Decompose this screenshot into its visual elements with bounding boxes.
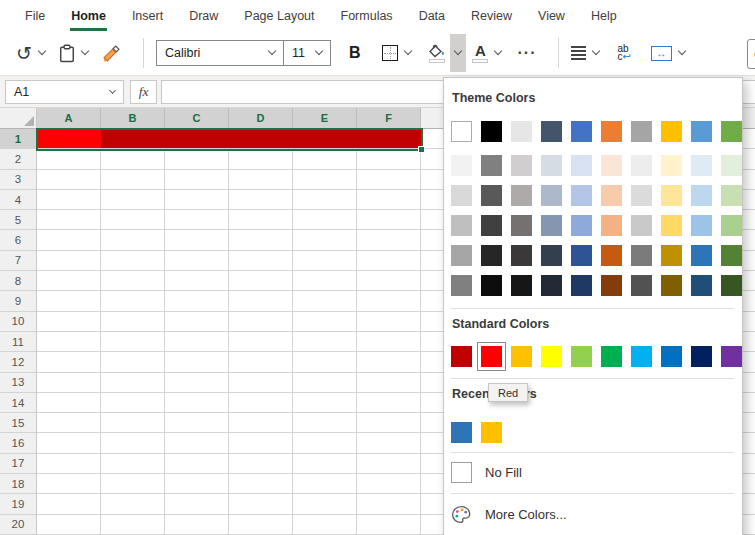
theme-variant-swatch[interactable] bbox=[511, 185, 532, 206]
row-header-11[interactable]: 11 bbox=[0, 332, 36, 352]
theme-variant-swatch[interactable] bbox=[631, 215, 652, 236]
theme-variant-swatch[interactable] bbox=[691, 185, 712, 206]
theme-variant-swatch[interactable] bbox=[451, 155, 472, 176]
theme-variant-swatch[interactable] bbox=[691, 275, 712, 296]
format-painter-button[interactable] bbox=[102, 44, 121, 63]
row-header-20[interactable]: 20 bbox=[0, 515, 36, 535]
theme-color-swatch[interactable] bbox=[571, 121, 592, 142]
theme-variant-swatch[interactable] bbox=[481, 275, 502, 296]
theme-variant-swatch[interactable] bbox=[451, 185, 472, 206]
align-button[interactable] bbox=[571, 46, 599, 60]
theme-variant-swatch[interactable] bbox=[661, 275, 682, 296]
merge-center-button[interactable]: ↔ bbox=[651, 46, 685, 61]
theme-variant-swatch[interactable] bbox=[451, 275, 472, 296]
chevron-down-icon[interactable] bbox=[404, 47, 412, 55]
chevron-down-icon[interactable] bbox=[38, 47, 46, 55]
font-name-combobox[interactable]: Calibri bbox=[156, 40, 284, 66]
borders-button[interactable] bbox=[382, 45, 411, 61]
row-header-18[interactable]: 18 bbox=[0, 474, 36, 494]
row-header-10[interactable]: 10 bbox=[0, 312, 36, 332]
theme-variant-swatch[interactable] bbox=[721, 245, 742, 266]
theme-color-swatch[interactable] bbox=[721, 121, 742, 142]
standard-color-swatch[interactable] bbox=[571, 346, 592, 367]
more-colors-option[interactable]: More Colors... bbox=[451, 502, 740, 526]
insert-function-button[interactable]: fx bbox=[130, 80, 157, 104]
recent-color-swatch[interactable] bbox=[451, 422, 472, 443]
theme-variant-swatch[interactable] bbox=[601, 155, 622, 176]
row-header-7[interactable]: 7 bbox=[0, 251, 36, 271]
standard-color-swatch[interactable] bbox=[601, 346, 622, 367]
theme-variant-swatch[interactable] bbox=[601, 185, 622, 206]
standard-color-swatch-hovered[interactable] bbox=[477, 342, 506, 371]
column-header-d[interactable]: D bbox=[229, 108, 293, 128]
menu-item-home[interactable]: Home bbox=[58, 0, 119, 31]
theme-variant-swatch[interactable] bbox=[631, 245, 652, 266]
theme-variant-swatch[interactable] bbox=[661, 185, 682, 206]
row-header-12[interactable]: 12 bbox=[0, 352, 36, 372]
fill-color-button[interactable] bbox=[427, 34, 466, 72]
theme-variant-swatch[interactable] bbox=[571, 245, 592, 266]
row-header-17[interactable]: 17 bbox=[0, 454, 36, 474]
theme-variant-swatch[interactable] bbox=[571, 185, 592, 206]
theme-variant-swatch[interactable] bbox=[511, 215, 532, 236]
paste-button[interactable] bbox=[59, 44, 88, 63]
chevron-down-icon[interactable] bbox=[268, 47, 276, 55]
theme-color-swatch[interactable] bbox=[601, 121, 622, 142]
theme-variant-swatch[interactable] bbox=[481, 185, 502, 206]
column-header-l[interactable]: L bbox=[741, 108, 755, 128]
standard-color-swatch[interactable] bbox=[721, 346, 742, 367]
row-header-13[interactable]: 13 bbox=[0, 373, 36, 393]
standard-color-swatch[interactable] bbox=[481, 346, 502, 367]
theme-variant-swatch[interactable] bbox=[511, 155, 532, 176]
theme-variant-swatch[interactable] bbox=[661, 245, 682, 266]
standard-color-swatch[interactable] bbox=[631, 346, 652, 367]
row-header-3[interactable]: 3 bbox=[0, 170, 36, 190]
theme-variant-swatch[interactable] bbox=[691, 215, 712, 236]
theme-variant-swatch[interactable] bbox=[721, 155, 742, 176]
menu-item-file[interactable]: File bbox=[12, 0, 58, 31]
menu-item-view[interactable]: View bbox=[525, 0, 578, 31]
theme-variant-swatch[interactable] bbox=[541, 215, 562, 236]
fill-color-dropdown-toggle[interactable] bbox=[450, 34, 466, 72]
theme-variant-swatch[interactable] bbox=[541, 185, 562, 206]
row-header-16[interactable]: 16 bbox=[0, 433, 36, 453]
menu-item-draw[interactable]: Draw bbox=[176, 0, 231, 31]
chevron-down-icon[interactable] bbox=[678, 47, 686, 55]
column-header-c[interactable]: C bbox=[165, 108, 229, 128]
undo-button[interactable]: ↺ bbox=[16, 44, 45, 63]
chevron-down-icon[interactable] bbox=[315, 47, 323, 55]
font-size-combobox[interactable]: 11 bbox=[283, 40, 331, 66]
theme-variant-swatch[interactable] bbox=[721, 185, 742, 206]
chevron-down-icon[interactable] bbox=[494, 47, 502, 55]
theme-color-swatch[interactable] bbox=[691, 121, 712, 142]
theme-variant-swatch[interactable] bbox=[691, 155, 712, 176]
theme-variant-swatch[interactable] bbox=[631, 155, 652, 176]
menu-item-insert[interactable]: Insert bbox=[119, 0, 176, 31]
column-header-f[interactable]: F bbox=[357, 108, 421, 128]
theme-variant-swatch[interactable] bbox=[571, 215, 592, 236]
standard-color-swatch[interactable] bbox=[451, 346, 472, 367]
theme-variant-swatch[interactable] bbox=[631, 185, 652, 206]
theme-variant-swatch[interactable] bbox=[511, 275, 532, 296]
row-header-6[interactable]: 6 bbox=[0, 230, 36, 250]
theme-variant-swatch[interactable] bbox=[721, 275, 742, 296]
theme-variant-swatch[interactable] bbox=[601, 275, 622, 296]
theme-color-swatch[interactable] bbox=[481, 121, 502, 142]
theme-color-swatch[interactable] bbox=[631, 121, 652, 142]
theme-variant-swatch[interactable] bbox=[451, 245, 472, 266]
chevron-down-icon[interactable] bbox=[109, 86, 116, 93]
row-header-2[interactable]: 2 bbox=[0, 149, 36, 169]
menu-item-review[interactable]: Review bbox=[458, 0, 525, 31]
theme-variant-swatch[interactable] bbox=[721, 215, 742, 236]
menu-item-data[interactable]: Data bbox=[406, 0, 458, 31]
wrap-text-button[interactable]: ab c↩ bbox=[617, 45, 630, 61]
theme-variant-swatch[interactable] bbox=[631, 275, 652, 296]
row-header-8[interactable]: 8 bbox=[0, 271, 36, 291]
row-header-14[interactable]: 14 bbox=[0, 393, 36, 413]
row-header-9[interactable]: 9 bbox=[0, 291, 36, 311]
row-header-4[interactable]: 4 bbox=[0, 190, 36, 210]
theme-color-swatch[interactable] bbox=[511, 121, 532, 142]
theme-color-swatch[interactable] bbox=[661, 121, 682, 142]
row-header-15[interactable]: 15 bbox=[0, 413, 36, 433]
column-header-b[interactable]: B bbox=[101, 108, 165, 128]
